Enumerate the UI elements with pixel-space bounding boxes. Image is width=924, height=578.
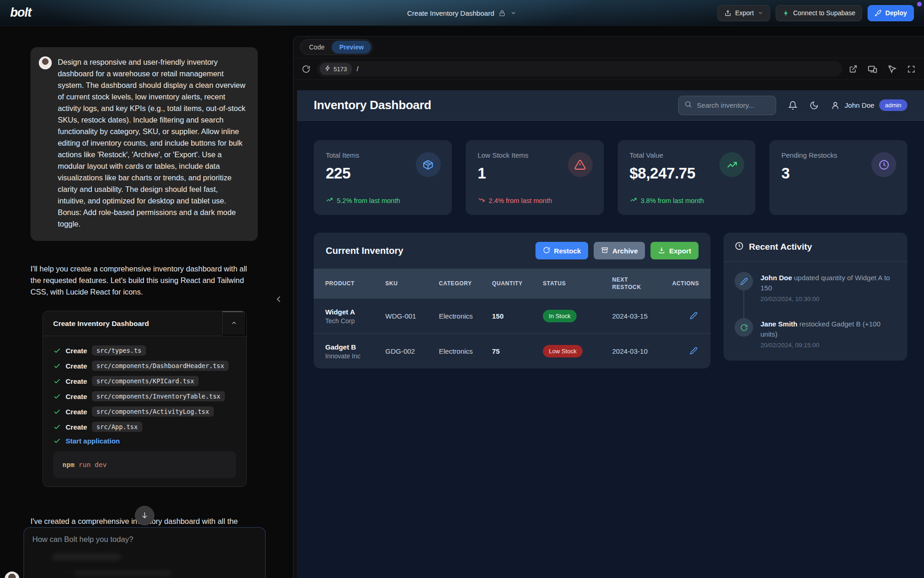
status-badge: In Stock [543, 310, 577, 322]
chat-panel: Design a responsive and user-friendly in… [0, 26, 289, 578]
trend-up-icon [326, 196, 333, 205]
recent-activity-card: Recent Activity John Doe updated quantit… [723, 233, 907, 361]
check-icon [53, 437, 61, 445]
file-action-row: Create src/components/InventoryTable.tsx [53, 391, 236, 401]
file-action-row: Create src/components/DashboardHeader.ts… [53, 361, 236, 371]
user-name: John Doe [845, 101, 874, 109]
app-preview: Inventory Dashboard John Doe admin [297, 90, 924, 578]
start-application-row: Start application [53, 437, 236, 445]
table-header-row: Product SKU Category Quantity Status Nex… [314, 269, 711, 298]
table-row[interactable]: Gadget B Innovate Inc GDG-002 Electronic… [314, 333, 711, 369]
edit-row-button[interactable] [690, 312, 711, 321]
topbar-actions: Export Connect to Supabase Deploy [717, 0, 914, 26]
status-badge: Low Stock [543, 345, 583, 357]
chevron-up-icon [231, 320, 237, 328]
edit-row-button[interactable] [690, 347, 711, 356]
workbench-card: Create Inventory Dashboard Create src/ty… [43, 311, 247, 487]
collapse-chat-button[interactable] [274, 294, 284, 306]
rocket-icon [875, 10, 881, 17]
account-avatar[interactable] [5, 572, 19, 578]
kpi-card-total-value: Total Value $8,247.75 3.8% from last mon… [618, 140, 756, 215]
export-csv-button[interactable]: Export [650, 242, 699, 259]
activity-timestamp: 20/02/2024, 09:15:00 [760, 342, 896, 349]
file-action-row: Create src/components/ActivityLog.tsx [53, 406, 236, 417]
open-external-icon[interactable] [849, 65, 857, 74]
collapse-card-button[interactable] [222, 311, 246, 336]
command-name: npm [62, 461, 74, 468]
workbench-panel: Code Preview 5173 / [289, 26, 924, 578]
inventory-title: Current Inventory [326, 246, 403, 256]
table-row[interactable]: Widget A Tech Corp WDG-001 Electronics 1… [314, 298, 711, 333]
inspector-cursor-icon[interactable] [888, 64, 897, 74]
deploy-button[interactable]: Deploy [868, 5, 914, 21]
pencil-icon [690, 347, 698, 356]
workbench-card-title: Create Inventory Dashboard [43, 320, 222, 328]
user-message: Design a responsive and user-friendly in… [30, 47, 258, 241]
inventory-search-box[interactable] [678, 96, 776, 115]
kpi-card-low-stock: Low Stock Items 1 2.4% from last month [466, 140, 604, 215]
archive-icon [601, 246, 608, 255]
chevron-down-icon[interactable] [511, 10, 517, 16]
file-path[interactable]: src/types.ts [92, 345, 146, 356]
role-badge: admin [879, 99, 907, 111]
search-icon [684, 100, 692, 110]
dashboard-header: Inventory Dashboard John Doe admin [297, 90, 924, 121]
refresh-icon [543, 246, 550, 255]
export-button[interactable]: Export [717, 5, 770, 21]
archive-button[interactable]: Archive [594, 242, 645, 259]
file-path[interactable]: src/components/InventoryTable.tsx [92, 391, 225, 401]
trend-down-icon [478, 196, 485, 205]
package-icon [416, 152, 441, 177]
kpi-row: Total Items 225 5.2% from last month Low… [314, 140, 907, 215]
ghost-text [74, 570, 171, 576]
dashboard-title: Inventory Dashboard [314, 98, 431, 112]
user-icon [831, 101, 840, 110]
bolt-logo[interactable]: bolt [10, 6, 31, 20]
check-icon [53, 377, 61, 385]
terminal-command-block: npm run dev [53, 451, 236, 478]
file-path[interactable]: src/components/KPICard.tsx [92, 376, 199, 386]
plug-bolt-icon [325, 65, 331, 73]
notifications-bell-icon[interactable] [788, 101, 797, 110]
file-path[interactable]: src/components/ActivityLog.tsx [92, 406, 214, 417]
code-preview-toggle: Code Preview [300, 39, 373, 55]
tab-preview[interactable]: Preview [332, 41, 371, 54]
download-icon [658, 246, 665, 255]
file-action-row: Create src/types.ts [53, 345, 236, 356]
check-icon [53, 347, 61, 355]
inventory-search-input[interactable] [697, 101, 766, 109]
activity-timestamp: 20/02/2024, 10:30:00 [760, 295, 896, 302]
devices-icon[interactable] [868, 64, 877, 74]
connect-supabase-button[interactable]: Connect to Supabase [776, 5, 863, 21]
port-pill[interactable]: 5173 [320, 63, 352, 75]
assistant-intro-text: I'll help you create a comprehensive inv… [30, 263, 248, 298]
file-path[interactable]: src/components/DashboardHeader.tsx [92, 361, 229, 371]
chat-input-box[interactable] [24, 527, 266, 578]
start-application-link[interactable]: Start application [66, 437, 120, 445]
dark-mode-moon-icon[interactable] [809, 101, 819, 110]
scroll-to-bottom-button[interactable] [135, 506, 154, 525]
ghost-text [52, 553, 121, 560]
file-path[interactable]: src/App.tsx [92, 422, 142, 432]
tab-code[interactable]: Code [302, 41, 332, 54]
status-dot [917, 2, 922, 6]
alert-triangle-icon [568, 152, 593, 177]
inventory-table-card: Current Inventory Restock Archive [314, 233, 711, 369]
lock-icon [499, 10, 506, 17]
workbench-card-header[interactable]: Create Inventory Dashboard [43, 311, 246, 336]
check-icon [53, 362, 61, 370]
project-title-group[interactable]: Create Inventory Dashboard [407, 0, 517, 26]
top-bar: bolt Create Inventory Dashboard Export C… [0, 0, 924, 26]
clock-icon [871, 152, 896, 177]
restock-button[interactable]: Restock [535, 242, 588, 259]
arrow-down-icon [140, 511, 149, 521]
activity-item: John Doe updated quantity of Widget A to… [735, 272, 896, 318]
reload-icon[interactable] [302, 65, 310, 74]
refresh-icon [735, 318, 753, 337]
user-menu[interactable]: John Doe admin [831, 99, 907, 111]
share-icon [724, 10, 731, 17]
view-tabbar: Code Preview [293, 37, 924, 58]
fullscreen-icon[interactable] [907, 65, 916, 74]
url-input[interactable]: 5173 / [317, 61, 842, 77]
chevron-down-icon [758, 10, 763, 16]
